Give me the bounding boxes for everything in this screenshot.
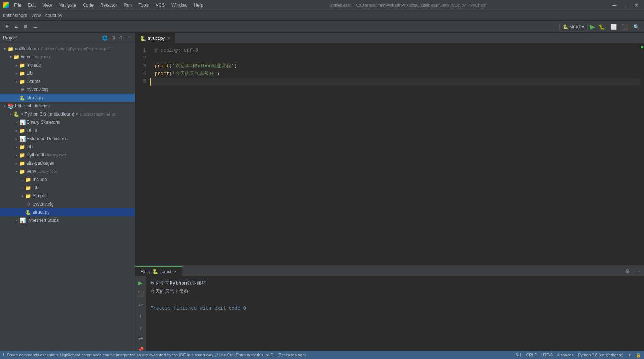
tree-item-python38lib[interactable]: Python38library root <box>0 151 135 159</box>
run-scroll-up-button[interactable]: ↑ <box>138 312 143 320</box>
tree-item-lib2[interactable]: Lib <box>0 143 135 151</box>
run-wrap-button[interactable]: ⇌ <box>137 334 144 343</box>
code-editor[interactable]: 1 2 3 4 5 # coding: utf-8 print('欢迎学习Pyt… <box>135 44 644 265</box>
folder-icon-dlls <box>19 127 25 133</box>
status-upload-icon[interactable]: ⬆ <box>628 353 631 358</box>
menu-edit[interactable]: Edit <box>25 2 39 9</box>
menu-file[interactable]: File <box>11 2 24 9</box>
tree-item-struct2[interactable]: struct.py <box>0 208 135 216</box>
run-tab-close[interactable]: ✕ <box>174 269 177 274</box>
coverage-button[interactable]: ⬜ <box>609 23 618 30</box>
tree-arrow-include1 <box>13 63 19 67</box>
tree-item-extdefs[interactable]: 📊 Extended Definitions <box>0 135 135 143</box>
bottom-minimize-button[interactable]: — <box>633 268 641 275</box>
tree-item-extlibs[interactable]: 📚 External Libraries <box>0 102 135 110</box>
extlibs-icon: 📚 <box>7 103 13 109</box>
panel-action-minimize[interactable]: — <box>125 35 132 41</box>
menu-window[interactable]: Window <box>169 2 190 9</box>
tree-arrow-python38lib <box>13 153 19 157</box>
tree-item-typeshed[interactable]: 📊 Typeshed Stubs <box>0 216 135 224</box>
tree-item-root[interactable]: untitledlearnC:\Users\admin\PycharmProje… <box>0 45 135 53</box>
tree-item-include1[interactable]: Include <box>0 61 135 69</box>
menu-help[interactable]: Help <box>191 2 206 9</box>
tree-item-pyvenv1[interactable]: ⚙ pyvenv.cfg <box>0 85 135 94</box>
toolbar-settings[interactable]: ⚙ <box>22 23 30 30</box>
folder-icon-venv1 <box>13 54 19 60</box>
breadcrumb: untitledlearn › venv › struct.py <box>0 10 644 21</box>
breadcrumb-file[interactable]: struct.py <box>45 13 62 18</box>
tree-item-python38[interactable]: 🐍 < Python 3.8 (untitledlearn) >C:\Users… <box>0 110 135 118</box>
tree-label-pyvenv2: pyvenv.cfg <box>33 201 53 207</box>
menu-vcs[interactable]: VCS <box>153 2 168 9</box>
breadcrumb-sep2: › <box>42 13 44 18</box>
status-indent[interactable]: 4 spaces <box>557 353 573 357</box>
tree-item-dlls[interactable]: DLLs <box>0 126 135 135</box>
tree-arrow-scripts1 <box>13 80 19 84</box>
tree-item-scripts1[interactable]: Scripts <box>0 77 135 85</box>
folder-icon-python38lib <box>19 152 25 158</box>
tree-item-pyvenv2[interactable]: ⚙ pyvenv.cfg <box>0 200 135 208</box>
run-tab-run-label: Run: <box>141 269 150 274</box>
status-lock-icon[interactable]: 🔒 <box>636 353 641 358</box>
extdefs-icon: 📊 <box>19 136 25 142</box>
run-stop-button[interactable]: ⬛ <box>136 290 145 298</box>
tree-item-struct1[interactable]: struct.py <box>0 94 135 102</box>
status-encoding[interactable]: UTF-8 <box>541 353 553 357</box>
stop-button[interactable]: ⬛ <box>620 23 630 30</box>
status-line-ending[interactable]: CRLF <box>526 353 537 357</box>
tree-item-venv1[interactable]: venvlibrary root <box>0 53 135 61</box>
minimize-button[interactable]: ─ <box>611 1 619 9</box>
tree-item-lib3[interactable]: Lib <box>0 184 135 192</box>
tree-arrow-include2 <box>19 178 25 182</box>
status-message[interactable]: Smart commands execution: Highlighted co… <box>7 353 306 357</box>
tab-python-icon: 🐍 <box>140 36 146 41</box>
run-button[interactable]: ▶ <box>590 23 595 31</box>
toolbar-btn-generic2[interactable]: ⇄ <box>12 23 20 30</box>
tree-item-venv2[interactable]: venvlibrary root <box>0 167 135 175</box>
line-numbers: 1 2 3 4 5 <box>135 44 150 265</box>
run-scroll-down-button[interactable]: ↓ <box>138 323 143 331</box>
menu-code[interactable]: Code <box>80 2 97 9</box>
status-cursor[interactable]: 5:1 <box>516 353 522 357</box>
bottom-settings-button[interactable]: ⚙ <box>624 268 631 275</box>
code-line-2 <box>150 55 640 62</box>
menu-run[interactable]: Run <box>121 2 135 9</box>
tree-item-include2[interactable]: Include <box>0 175 135 184</box>
panel-action-settings[interactable]: ⚙ <box>118 35 124 41</box>
run-play-button[interactable]: ▶ <box>137 279 144 287</box>
tree-item-lib1[interactable]: Lib <box>0 69 135 77</box>
code-content[interactable]: # coding: utf-8 print('欢迎学习Python就业课程') … <box>150 44 640 265</box>
debug-button[interactable]: 🐛 <box>597 23 607 30</box>
menu-navigate[interactable]: Navigate <box>56 2 79 9</box>
output-line-empty <box>150 296 640 304</box>
tree-label-lib2: Lib <box>27 144 33 149</box>
output-text[interactable]: 欢迎学习Python就业课程 今天的天气非常好 Process finished… <box>146 276 644 351</box>
menu-refactor[interactable]: Refactor <box>97 2 120 9</box>
run-pin-button[interactable]: 📌 <box>136 346 145 351</box>
tab-close-struct[interactable]: ✕ <box>167 36 170 41</box>
python-icon-struct2 <box>25 209 31 215</box>
run-tab[interactable]: Run: 🐍 struct ✕ <box>135 266 182 276</box>
panel-action-globe[interactable]: 🌐 <box>101 35 109 41</box>
run-rerun-button[interactable]: ↩ <box>137 301 144 309</box>
editor-tab-struct[interactable]: 🐍 struct.py ✕ <box>135 33 175 43</box>
close-button[interactable]: ✕ <box>632 1 641 9</box>
status-python-version[interactable]: Python 3.8 (untitledlearn) <box>578 353 624 357</box>
toolbar-btn-minus[interactable]: — <box>31 23 40 30</box>
tree-label-struct1: struct.py <box>27 95 43 100</box>
tree-item-sitepkg[interactable]: site-packages <box>0 159 135 167</box>
toolbar-btn-generic1[interactable]: ⊕ <box>3 23 11 30</box>
maximize-button[interactable]: □ <box>622 1 629 9</box>
menu-view[interactable]: View <box>39 2 55 9</box>
tree-item-scripts2[interactable]: Scripts <box>0 192 135 200</box>
panel-action-layout[interactable]: ⊞ <box>110 35 116 41</box>
breadcrumb-venv[interactable]: venv <box>32 13 41 18</box>
python-icon-struct1 <box>19 95 25 101</box>
run-config-selector[interactable]: 🐍 struct ▾ <box>559 23 588 30</box>
breadcrumb-project[interactable]: untitledlearn <box>3 13 27 18</box>
breadcrumb-sep1: › <box>29 13 30 18</box>
tree-label-sitepkg: site-packages <box>27 161 54 166</box>
menu-tools[interactable]: Tools <box>135 2 152 9</box>
tree-item-binskeletons[interactable]: 📊 Binary Skeletons <box>0 118 135 126</box>
search-everywhere-button[interactable]: 🔍 <box>632 23 641 30</box>
